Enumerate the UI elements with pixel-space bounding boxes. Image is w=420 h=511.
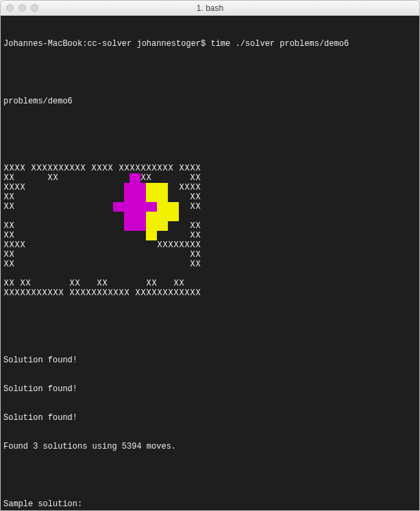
grid-cell bbox=[97, 240, 102, 250]
grid-cell bbox=[113, 279, 119, 288]
grid-cell bbox=[58, 221, 64, 231]
grid-cell bbox=[108, 183, 113, 192]
grid-cell bbox=[42, 269, 47, 279]
grid-cell bbox=[47, 279, 53, 288]
grid-cell bbox=[129, 231, 135, 240]
grid-cell bbox=[86, 221, 91, 231]
grid-cell bbox=[157, 192, 162, 202]
grid-cell bbox=[42, 279, 47, 288]
grid-cell bbox=[168, 173, 173, 183]
grid-cell bbox=[124, 279, 129, 288]
grid-cell: X bbox=[64, 164, 69, 173]
grid-cell bbox=[157, 250, 162, 260]
grid-cell bbox=[53, 231, 58, 240]
grid-cell bbox=[162, 202, 168, 212]
grid-cell bbox=[119, 279, 124, 288]
grid-cell: X bbox=[31, 164, 36, 173]
grid-cell bbox=[129, 260, 135, 269]
grid-cell bbox=[75, 202, 80, 212]
close-icon[interactable] bbox=[6, 4, 14, 12]
terminal-body[interactable]: Johannes-MacBook:cc-solver johannestoger… bbox=[1, 16, 419, 510]
grid-cell: X bbox=[91, 288, 97, 298]
blank-line bbox=[3, 327, 417, 336]
grid-cell bbox=[86, 269, 91, 279]
grid-cell bbox=[91, 260, 97, 269]
grid-cell bbox=[157, 260, 162, 269]
grid-cell bbox=[36, 192, 42, 202]
grid-cell bbox=[162, 173, 168, 183]
grid-cell bbox=[14, 269, 20, 279]
grid-cell bbox=[157, 269, 162, 279]
grid-cell: X bbox=[97, 288, 102, 298]
grid-cell bbox=[20, 192, 25, 202]
grid-cell: X bbox=[168, 164, 173, 173]
grid-cell bbox=[119, 192, 124, 202]
grid-cell bbox=[113, 231, 119, 240]
grid-cell bbox=[179, 260, 184, 269]
grid-cell: X bbox=[190, 173, 195, 183]
grid-cell bbox=[135, 221, 140, 231]
grid-cell bbox=[36, 231, 42, 240]
grid-cell bbox=[75, 250, 80, 260]
titlebar[interactable]: 1. bash bbox=[1, 1, 419, 16]
grid-cell bbox=[14, 260, 20, 269]
grid-cell: X bbox=[168, 240, 173, 250]
grid-cell bbox=[135, 212, 140, 221]
grid-cell bbox=[162, 260, 168, 269]
grid-cell bbox=[97, 231, 102, 240]
grid-cell bbox=[47, 212, 53, 221]
grid-cell bbox=[69, 231, 75, 240]
grid-cell: X bbox=[140, 173, 146, 183]
grid-cell bbox=[14, 173, 20, 183]
grid-cell: X bbox=[20, 183, 25, 192]
grid-cell bbox=[97, 212, 102, 221]
grid-cell bbox=[135, 260, 140, 269]
grid-cell: X bbox=[3, 183, 9, 192]
grid-cell bbox=[173, 183, 179, 192]
grid-cell bbox=[69, 250, 75, 260]
grid-cell bbox=[42, 221, 47, 231]
grid-cell bbox=[91, 173, 97, 183]
grid-cell bbox=[140, 183, 146, 192]
grid-cell bbox=[173, 164, 179, 173]
grid-cell bbox=[140, 202, 146, 212]
grid-cell bbox=[36, 183, 42, 192]
grid-cell bbox=[140, 279, 146, 288]
grid-cell bbox=[195, 269, 201, 279]
grid-cell bbox=[31, 279, 36, 288]
grid-cell bbox=[140, 260, 146, 269]
grid-cell bbox=[25, 183, 31, 192]
grid-cell bbox=[135, 173, 140, 183]
grid-cell: X bbox=[25, 288, 31, 298]
minimize-icon[interactable] bbox=[18, 4, 26, 12]
grid-cell bbox=[168, 212, 173, 221]
grid-cell: X bbox=[75, 164, 80, 173]
grid-cell bbox=[53, 212, 58, 221]
grid-cell bbox=[53, 202, 58, 212]
grid-cell: X bbox=[42, 288, 47, 298]
grid-cell bbox=[47, 183, 53, 192]
grid-cell bbox=[80, 173, 86, 183]
grid-cell bbox=[58, 212, 64, 221]
grid-cell: X bbox=[184, 288, 190, 298]
grid-cell bbox=[86, 173, 91, 183]
grid-cell: X bbox=[36, 288, 42, 298]
grid-cell bbox=[25, 192, 31, 202]
grid-cell bbox=[162, 212, 168, 221]
grid-cell: X bbox=[162, 288, 168, 298]
grid-cell bbox=[157, 173, 162, 183]
zoom-icon[interactable] bbox=[31, 4, 38, 12]
prompt-line: Johannes-MacBook:cc-solver johannestoger… bbox=[3, 39, 417, 49]
grid-cell bbox=[14, 192, 20, 202]
grid-cell bbox=[129, 250, 135, 260]
grid-cell bbox=[58, 250, 64, 260]
grid-cell bbox=[42, 202, 47, 212]
grid-row: XX XX bbox=[3, 260, 417, 269]
grid-cell bbox=[146, 192, 151, 202]
grid-cell bbox=[75, 212, 80, 221]
grid-cell bbox=[36, 279, 42, 288]
grid-cell bbox=[80, 212, 86, 221]
grid-cell bbox=[69, 202, 75, 212]
grid-cell bbox=[179, 269, 184, 279]
grid-cell bbox=[157, 202, 162, 212]
